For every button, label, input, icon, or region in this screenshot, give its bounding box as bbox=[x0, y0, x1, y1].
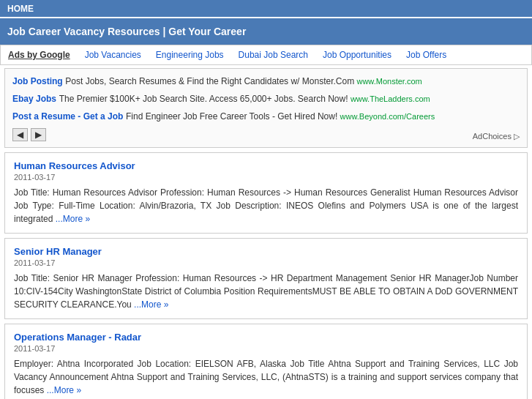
ad-title-1[interactable]: Job Posting bbox=[12, 76, 63, 86]
ad-url-2: www.TheLadders.com bbox=[351, 94, 430, 103]
job-more-1[interactable]: ...More » bbox=[56, 214, 90, 224]
job-title-3[interactable]: Operations Manager - Radar bbox=[14, 332, 518, 343]
job-title-2[interactable]: Senior HR Manager bbox=[14, 246, 518, 257]
ad-link-job-vacancies[interactable]: Job Vacancies bbox=[85, 50, 141, 60]
top-nav: HOME bbox=[0, 0, 532, 17]
job-more-2[interactable]: ...More » bbox=[134, 299, 168, 310]
job-date-2: 2011-03-17 bbox=[14, 258, 518, 267]
job-desc-3: Employer: Ahtna Incorporated Job Locatio… bbox=[14, 357, 518, 397]
home-link[interactable]: HOME bbox=[7, 4, 34, 14]
ad-content-box: Job Posting Post Jobs, Search Resumes & … bbox=[4, 68, 528, 148]
ad-title-2[interactable]: Ebay Jobs bbox=[12, 94, 56, 104]
ad-item-2: Ebay Jobs The Premier $100K+ Job Search … bbox=[12, 92, 520, 105]
job-date-1: 2011-03-17 bbox=[14, 173, 518, 182]
ad-desc-2: The Premier $100K+ Job Search Site. Acce… bbox=[59, 94, 351, 104]
job-title-1[interactable]: Human Resources Advisor bbox=[14, 160, 518, 171]
ad-nav: ◀ ▶ bbox=[12, 128, 520, 141]
job-date-3: 2011-03-17 bbox=[14, 344, 518, 353]
ads-by-google-label: Ads by Google bbox=[8, 50, 70, 60]
ad-bar: Ads by Google Job Vacancies Engineering … bbox=[0, 45, 532, 65]
ad-link-job-opportunities[interactable]: Job Opportunities bbox=[323, 50, 391, 60]
ad-next-button[interactable]: ▶ bbox=[31, 128, 46, 141]
ad-prev-button[interactable]: ◀ bbox=[12, 128, 28, 141]
job-more-3[interactable]: ...More » bbox=[47, 385, 81, 395]
ad-url-1: www.Monster.com bbox=[356, 77, 422, 86]
ad-title-3[interactable]: Post a Resume - Get a Job bbox=[12, 111, 123, 122]
ad-item-1: Job Posting Post Jobs, Search Resumes & … bbox=[12, 75, 520, 88]
ad-item-3: Post a Resume - Get a Job Find Engineer … bbox=[12, 110, 520, 123]
ad-url-3: www.Beyond.com/Careers bbox=[340, 112, 435, 121]
ad-desc-3: Find Engineer Job Free Career Tools - Ge… bbox=[126, 111, 340, 122]
ad-link-engineering-jobs[interactable]: Engineering Jobs bbox=[156, 50, 224, 60]
job-listing-1: Human Resources Advisor 2011-03-17 Job T… bbox=[4, 152, 528, 234]
job-listing-2: Senior HR Manager 2011-03-17 Job Title: … bbox=[4, 238, 528, 319]
job-desc-1: Job Title: Human Resources Advisor Profe… bbox=[14, 186, 518, 225]
adchoices-label: AdChoices ▷ bbox=[473, 132, 520, 141]
ad-link-dubai-job-search[interactable]: Dubai Job Search bbox=[239, 50, 308, 60]
job-listing-3: Operations Manager - Radar 2011-03-17 Em… bbox=[4, 324, 528, 399]
site-header: Job Career Vacancy Resources | Get Your … bbox=[0, 18, 532, 45]
ad-link-job-offers[interactable]: Job Offers bbox=[406, 50, 446, 60]
site-title: Job Career Vacancy Resources | Get Your … bbox=[7, 26, 246, 37]
ad-desc-1: Post Jobs, Search Resumes & Find the Rig… bbox=[65, 76, 356, 86]
job-desc-2: Job Title: Senior HR Manager Profession:… bbox=[14, 272, 518, 311]
